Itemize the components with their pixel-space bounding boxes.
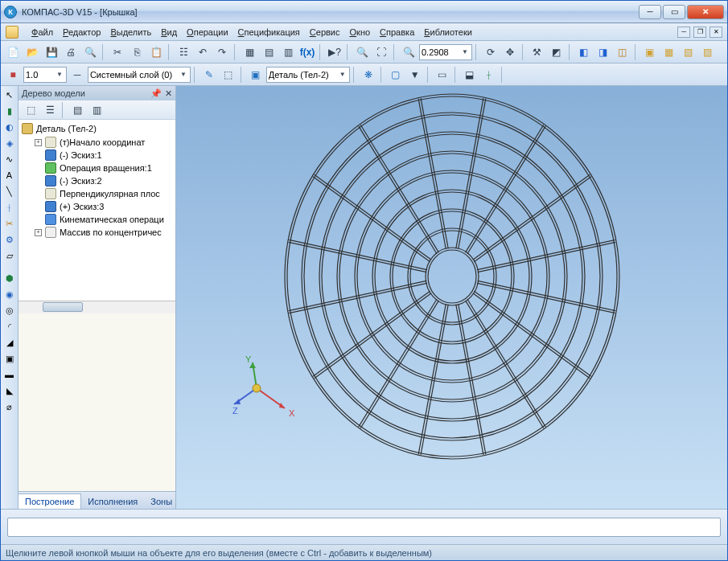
- mdi-minimize-button[interactable]: ─: [677, 27, 690, 38]
- revolve-tool[interactable]: ◐: [2, 120, 17, 134]
- appearance-button[interactable]: ❋: [360, 66, 377, 84]
- shell-tool[interactable]: ▣: [2, 351, 17, 366]
- cut-button[interactable]: ✂: [109, 43, 126, 61]
- line-weight-field[interactable]: ▼: [23, 67, 67, 83]
- mdi-restore-button[interactable]: ❐: [693, 27, 706, 38]
- help-cursor-button[interactable]: ▶?: [326, 43, 343, 61]
- cube3-icon[interactable]: ◫: [614, 43, 631, 61]
- open-button[interactable]: 📂: [23, 43, 41, 61]
- zoom-input[interactable]: [422, 47, 460, 57]
- vars-button[interactable]: ▥: [279, 43, 297, 61]
- panel-close-icon[interactable]: ✕: [165, 88, 172, 99]
- 3d-viewport[interactable]: X Y Z: [176, 86, 727, 509]
- sweep-tool[interactable]: ∿: [2, 152, 17, 166]
- menu-выделить[interactable]: Выделить: [105, 26, 156, 39]
- menu-справка[interactable]: Справка: [375, 26, 419, 39]
- menu-библиотеки[interactable]: Библиотеки: [419, 26, 477, 39]
- copy-button[interactable]: ⎘: [128, 43, 146, 61]
- stop-button[interactable]: ■: [4, 66, 22, 84]
- tree-mode1-button[interactable]: ⬚: [22, 101, 39, 119]
- chevron-down-icon[interactable]: ▼: [179, 71, 188, 78]
- menu-спецификация[interactable]: Спецификация: [233, 26, 305, 39]
- paste-button[interactable]: 📋: [147, 43, 165, 61]
- chevron-down-icon[interactable]: ▼: [338, 71, 348, 78]
- box3-icon[interactable]: ▧: [680, 43, 697, 61]
- pin-icon[interactable]: 📌: [150, 88, 162, 99]
- close-button[interactable]: ✕: [687, 5, 724, 19]
- measure-button[interactable]: ⟊: [480, 66, 498, 84]
- rebuild-button[interactable]: ⚒: [529, 43, 546, 61]
- sketch-button[interactable]: ✎: [200, 66, 218, 84]
- preview-button[interactable]: 🔍: [81, 43, 99, 61]
- zoom-window-button[interactable]: 🔍: [353, 43, 371, 61]
- zoom-in-button[interactable]: 🔍: [400, 43, 417, 61]
- undo-button[interactable]: ↶: [194, 43, 212, 61]
- view-iso-button[interactable]: ◩: [548, 43, 566, 61]
- menu-файл[interactable]: Файл: [27, 26, 58, 39]
- tree-item[interactable]: (+) Эскиз:3: [35, 200, 174, 213]
- body-field[interactable]: ▼: [266, 67, 350, 83]
- tree-item[interactable]: +(т)Начало координат: [35, 136, 174, 149]
- layers-button[interactable]: ▦: [241, 43, 258, 61]
- expand-icon[interactable]: +: [35, 229, 42, 236]
- body-icon[interactable]: ▣: [247, 66, 265, 84]
- thread-tool[interactable]: ⌀: [2, 399, 17, 414]
- loft-tool[interactable]: ◈: [2, 136, 17, 150]
- line-style-button[interactable]: ─: [68, 66, 86, 84]
- props-button[interactable]: ☷: [175, 43, 192, 61]
- zoom-fit-button[interactable]: ⛶: [372, 43, 390, 61]
- tab-construction[interactable]: Построение: [19, 493, 81, 509]
- tree-item[interactable]: Перпендикулярная плос: [35, 187, 174, 200]
- boss-tool[interactable]: ⬢: [2, 271, 17, 285]
- minimize-button[interactable]: ─: [639, 5, 661, 19]
- fillet-tool[interactable]: ◜: [2, 319, 17, 334]
- cube1-icon[interactable]: ◧: [575, 43, 593, 61]
- tab-executions[interactable]: Исполнения: [81, 494, 144, 509]
- array-tool[interactable]: ⚙: [2, 232, 17, 247]
- chamfer-tool[interactable]: ◢: [2, 335, 17, 350]
- display-wire-button[interactable]: ▢: [387, 66, 405, 84]
- extrude-tool[interactable]: ▮: [2, 104, 17, 118]
- zoom-value-field[interactable]: ▼: [419, 44, 472, 60]
- menu-сервис[interactable]: Сервис: [305, 26, 345, 39]
- menu-окно[interactable]: Окно: [345, 26, 376, 39]
- expand-icon[interactable]: +: [35, 139, 42, 146]
- dim-tool[interactable]: ⟊: [2, 200, 17, 215]
- rib-tool[interactable]: ▬: [2, 367, 17, 382]
- property-input[interactable]: [7, 518, 721, 537]
- line-weight-input[interactable]: [26, 70, 55, 80]
- rotate-button[interactable]: ⟳: [482, 43, 500, 61]
- ortho-button[interactable]: ⬚: [220, 66, 237, 84]
- layer-field[interactable]: ▼: [88, 67, 191, 83]
- select-tool[interactable]: ↖: [2, 88, 17, 102]
- document-icon[interactable]: [6, 26, 19, 39]
- chevron-down-icon[interactable]: ▼: [460, 48, 470, 55]
- edit-tool[interactable]: ✂: [2, 216, 17, 231]
- chevron-down-icon[interactable]: ▼: [55, 71, 64, 78]
- spec-button[interactable]: ▤: [260, 43, 278, 61]
- redo-button[interactable]: ↷: [213, 43, 231, 61]
- tree-item[interactable]: +Массив по концентричес: [35, 226, 174, 239]
- tree-scrollbar[interactable]: [19, 301, 175, 313]
- tree-filter2-button[interactable]: ▥: [88, 101, 105, 119]
- tree-mode2-button[interactable]: ☰: [41, 101, 59, 119]
- layer-input[interactable]: [90, 70, 179, 80]
- text-tool[interactable]: A: [2, 168, 17, 182]
- tree-root[interactable]: Деталь (Тел-2): [20, 121, 174, 136]
- box1-icon[interactable]: ▣: [641, 43, 659, 61]
- display-shade-button[interactable]: ▼: [406, 66, 424, 84]
- surface-tool[interactable]: ▱: [2, 248, 17, 263]
- model-tree[interactable]: Деталь (Тел-2) +(т)Начало координат(-) Э…: [19, 120, 175, 301]
- save-button[interactable]: 💾: [43, 43, 60, 61]
- tree-item[interactable]: Операция вращения:1: [35, 162, 174, 174]
- box4-icon[interactable]: ▨: [699, 43, 717, 61]
- cube2-icon[interactable]: ◨: [594, 43, 612, 61]
- body-input[interactable]: [269, 70, 338, 80]
- mdi-close-button[interactable]: ✕: [709, 27, 722, 38]
- menu-вид[interactable]: Вид: [156, 26, 182, 39]
- menu-операции[interactable]: Операции: [182, 26, 232, 39]
- tree-filter1-button[interactable]: ▤: [68, 101, 86, 119]
- section-button[interactable]: ⬓: [461, 66, 479, 84]
- pan-button[interactable]: ✥: [501, 43, 519, 61]
- print-button[interactable]: 🖨: [62, 43, 80, 61]
